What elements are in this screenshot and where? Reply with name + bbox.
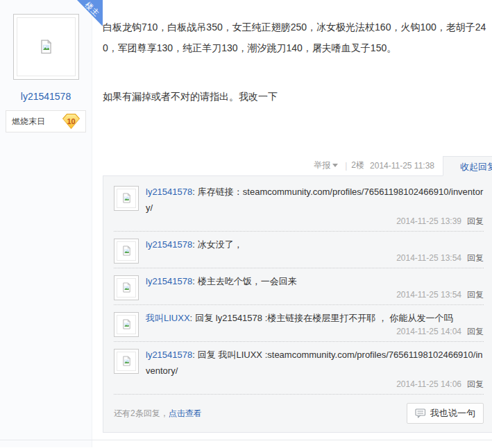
reply-text: 冰女没了， [198, 239, 243, 250]
reply-text: 楼主去吃个饭，一会回来 [198, 276, 297, 286]
forum-post: ly21541578 燃烧末日 10 楼主 白板龙钩710，白板战吊350，女王… [0, 0, 492, 440]
reply-action-link[interactable]: 回复 [467, 327, 484, 336]
reply-avatar[interactable] [114, 239, 139, 264]
reply-username-link[interactable]: ly21541578 [146, 350, 192, 360]
collapse-replies-tab[interactable]: 收起回复 [443, 156, 492, 176]
reply-colon: : [192, 350, 195, 360]
reply-timestamp: 2014-11-25 13:39 [396, 216, 461, 226]
level-gem-icon: 10 [62, 114, 80, 129]
reply-colon: : [192, 187, 195, 197]
replies-footer: 还有2条回复， 点击查看 我也说一句 [114, 403, 484, 424]
post-timestamp: 2014-11-25 11:38 [370, 161, 434, 171]
next-author-sidebar [0, 440, 92, 447]
broken-image-icon [121, 319, 132, 330]
reply-item: ly21541578:楼主去吃个饭，一会回来 2014-11-25 13:54回… [114, 268, 484, 305]
reply-action-link[interactable]: 回复 [467, 290, 484, 300]
next-post-strip [0, 440, 492, 447]
reply-avatar[interactable] [114, 186, 139, 211]
reply-text: 回复 我叫LIUXX :steamcommunity.com/profiles/… [146, 350, 483, 376]
floor-label: 2楼 [351, 160, 364, 171]
post-text-paragraph: 如果有漏掉或者不对的请指出。我改一下 [103, 86, 492, 107]
reply-avatar[interactable] [114, 275, 139, 300]
view-more-link[interactable]: 点击查看 [169, 408, 202, 420]
reply-timestamp: 2014-11-25 14:06 [396, 379, 461, 389]
reply-timestamp: 2014-11-25 14:04 [396, 327, 461, 336]
more-replies-text: 还有2条回复， [114, 408, 169, 420]
report-link[interactable]: 举报 [314, 160, 330, 171]
post-content-area: 白板龙钩710，白板战吊350，女王纯正翅膀250，冰女极光法杖160，火钩10… [103, 0, 492, 433]
broken-image-icon [121, 356, 132, 367]
reply-username-link[interactable]: ly21541578 [146, 239, 192, 250]
report-dropdown-arrow-icon[interactable] [332, 164, 338, 167]
reply-item: ly21541578:库存链接：steamcommunity.com/profi… [114, 179, 484, 232]
add-comment-label: 我也说一句 [430, 407, 475, 420]
author-badge[interactable]: 燃烧末日 10 [6, 110, 86, 132]
badge-level: 10 [63, 114, 79, 128]
post-text-paragraph: 白板龙钩710，白板战吊350，女王纯正翅膀250，冰女极光法杖160，火钩10… [103, 17, 492, 58]
reply-colon: : [190, 313, 193, 323]
reply-timestamp: 2014-11-25 13:54 [396, 290, 461, 300]
broken-image-icon [121, 282, 132, 293]
reply-action-link[interactable]: 回复 [467, 379, 484, 389]
reply-colon: : [192, 239, 195, 250]
author-sidebar: ly21541578 燃烧末日 10 [0, 0, 92, 440]
broken-image-icon [121, 245, 132, 257]
reply-item: ly21541578:冰女没了， 2014-11-25 13:54回复 [114, 232, 484, 268]
reply-timestamp: 2014-11-25 13:54 [396, 253, 461, 263]
reply-item: ly21541578:回复 我叫LIUXX :steamcommunity.co… [114, 342, 484, 395]
reply-username-link[interactable]: ly21541578 [146, 276, 192, 286]
reply-item: 我叫LIUXX:回复 ly21541578 :楼主链接在楼层里打不开耶 ， 你能… [114, 305, 484, 342]
reply-username-link[interactable]: 我叫LIUXX [146, 313, 190, 323]
broken-image-icon [121, 193, 132, 204]
reply-action-link[interactable]: 回复 [467, 253, 484, 263]
reply-avatar[interactable] [114, 312, 139, 337]
reply-text: 库存链接：steamcommunity.com/profiles/7656119… [146, 187, 483, 213]
post-meta-row: 举报 | 2楼 2014-11-25 11:38 收起回复 [103, 155, 492, 175]
reply-username-link[interactable]: ly21541578 [146, 187, 192, 197]
reply-text: 回复 ly21541578 :楼主链接在楼层里打不开耶 ， 你能从发一个吗 [195, 313, 452, 323]
meta-divider: | [345, 161, 347, 171]
reply-colon: : [192, 276, 195, 286]
reply-avatar[interactable] [114, 349, 139, 374]
replies-panel: ly21541578:库存链接：steamcommunity.com/profi… [103, 175, 492, 433]
reply-action-link[interactable]: 回复 [467, 216, 484, 226]
badge-title: 燃烧末日 [12, 116, 45, 128]
author-avatar[interactable] [13, 14, 79, 80]
avatar-frame [17, 17, 76, 76]
broken-image-icon [39, 39, 53, 55]
add-comment-button[interactable]: 我也说一句 [407, 403, 484, 424]
speech-bubble-icon [415, 408, 426, 418]
author-username-link[interactable]: ly21541578 [0, 91, 92, 102]
